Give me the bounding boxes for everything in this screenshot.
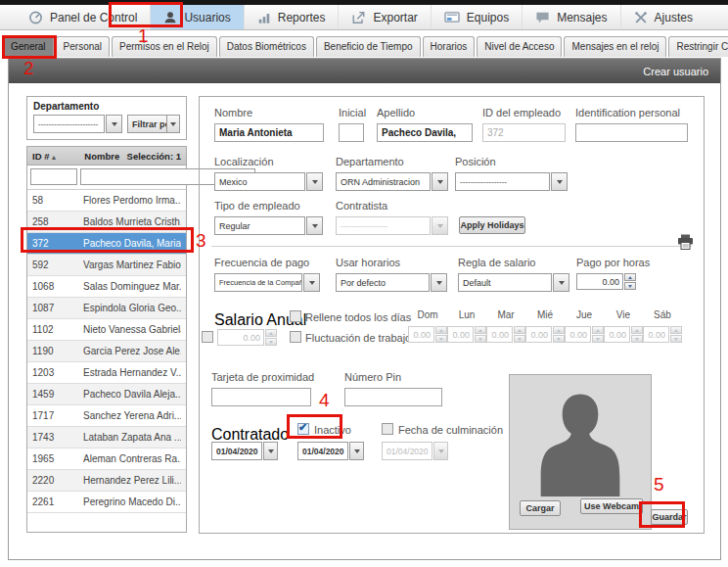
nombre-field[interactable]: Maria Antonieta — [214, 123, 324, 142]
inactivo-checkbox[interactable] — [297, 423, 309, 435]
departamento-select[interactable]: ORN Administracion — [336, 172, 448, 191]
chevron-down-icon[interactable] — [553, 273, 569, 292]
printer-icon[interactable] — [677, 234, 694, 254]
toolbar-item[interactable]: Usuarios — [150, 5, 243, 29]
pin-field[interactable] — [344, 388, 442, 406]
tab[interactable]: Beneficio de Tiempo — [316, 36, 421, 57]
tab[interactable]: Mensajes en el reloj — [564, 36, 666, 57]
weekday-rates: Dom 0.00 Lun 0.00 Mar 0.00 — [408, 309, 682, 343]
dashboard-icon — [28, 10, 43, 24]
toolbar-item[interactable]: Panel de Control — [16, 5, 150, 29]
tab[interactable]: Horarios — [423, 36, 476, 57]
toolbar-item-label: Equipos — [467, 11, 509, 24]
department-select[interactable]: ----------------------- — [33, 115, 122, 133]
localizacion-select[interactable]: Mexico — [214, 172, 323, 191]
create-user-link[interactable]: Crear usuario — [643, 66, 708, 77]
apply-holidays-button[interactable]: Apply Holidays — [459, 216, 525, 234]
tab[interactable]: Nivel de Acceso — [477, 36, 562, 57]
fluctuacion-checkbox[interactable] — [290, 331, 301, 343]
employee-photo-placeholder: Cargar Use Webcam — [509, 374, 652, 530]
table-row[interactable]: 258 Baldos Murrieta Cristh... — [27, 212, 186, 233]
table-row[interactable]: 1190 Garcia Perez Jose Ale... — [27, 341, 186, 362]
contratado-date-select[interactable]: 01/04/2020 — [211, 442, 278, 460]
chevron-down-icon[interactable] — [263, 442, 278, 460]
column-header-id[interactable]: ID #▲ — [32, 151, 77, 162]
row-name: Vargas Martinez Fabiola — [83, 260, 181, 270]
guardar-button[interactable]: Guardar — [651, 509, 688, 525]
person-silhouette-icon — [535, 389, 625, 496]
salario-anual-checkbox[interactable] — [202, 331, 213, 343]
table-row[interactable]: 1965 Aleman Contreras Ra... — [27, 449, 186, 470]
table-row[interactable]: 2261 Peregrino Macedo Di... — [27, 492, 186, 513]
table-row[interactable]: 1459 Pacheco Davila Aleja... — [27, 384, 186, 405]
toolbar-item[interactable]: Exportar — [338, 5, 430, 29]
employee-rows: 58 Flores Perdomo Irma... 258 Baldos Mur… — [27, 190, 186, 513]
tipo-empleado-select[interactable]: Regular — [214, 216, 323, 235]
tipo-empleado-label: Tipo de empleado — [214, 200, 323, 212]
identificacion-field[interactable] — [575, 123, 688, 142]
chevron-down-icon[interactable] — [432, 172, 448, 191]
table-row[interactable]: 592 Vargas Martinez Fabiola — [27, 255, 186, 276]
spinner-down-icon[interactable] — [624, 282, 636, 290]
tarjeta-field[interactable] — [211, 388, 311, 406]
users-icon — [163, 11, 177, 24]
table-row[interactable]: 1102 Nieto Vanessa Gabriela — [27, 319, 186, 341]
row-name: Peregrino Macedo Di... — [83, 496, 181, 507]
table-row[interactable]: 1717 Sanchez Yerena Adri... — [27, 405, 186, 427]
toolbar-item[interactable]: Reportes — [244, 5, 339, 29]
chevron-down-icon[interactable] — [167, 115, 180, 133]
tab-label: Horarios — [431, 41, 468, 52]
tab[interactable]: Permisos en el Reloj — [112, 36, 217, 57]
filter-by-button[interactable]: Filtrar por — [127, 115, 180, 133]
chevron-down-icon[interactable] — [349, 442, 364, 460]
regla-salario-select[interactable]: Default — [458, 273, 569, 292]
top-toolbar: Panel de Control Usuarios Reportes Expor… — [0, 0, 728, 30]
spinner-up-icon — [670, 326, 682, 334]
chevron-down-icon[interactable] — [551, 172, 568, 191]
row-id: 1190 — [32, 346, 83, 356]
pin-label: Número Pin — [344, 371, 442, 383]
table-row[interactable]: 372 Pacheco Davila, Maria... — [27, 233, 186, 255]
table-row[interactable]: 1743 Lataban Zapata Ana ... — [27, 427, 186, 449]
spinner-up-icon[interactable] — [624, 273, 636, 281]
id-filter-input[interactable] — [30, 168, 77, 185]
table-row[interactable]: 1203 Estrada Hernandez V... — [27, 362, 186, 384]
chevron-down-icon — [432, 216, 448, 235]
inactivo-date-select[interactable]: 01/04/2020 — [297, 442, 364, 460]
cargar-button[interactable]: Cargar — [520, 500, 561, 516]
tab[interactable]: Personal — [56, 36, 110, 57]
inicial-field[interactable] — [339, 123, 364, 142]
toolbar-item[interactable]: Ajustes — [620, 5, 705, 29]
fecha-culminacion-checkbox[interactable] — [382, 423, 393, 435]
apellido-field[interactable]: Pacheco Davila, — [377, 123, 473, 142]
pago-horas-stepper[interactable]: 0.00 — [576, 273, 650, 290]
column-header-name[interactable]: Nombre — [77, 151, 127, 162]
table-row[interactable]: 2220 Hernandez Perez Lili... — [27, 470, 186, 492]
list-filter-row — [27, 165, 186, 190]
rellene-checkbox[interactable] — [290, 310, 301, 322]
chevron-down-icon[interactable] — [106, 115, 122, 133]
toolbar-item[interactable]: Mensajes — [522, 5, 619, 29]
tab-bar: General Personal Permisos en el Reloj Da… — [3, 36, 728, 57]
chevron-down-icon[interactable] — [306, 216, 323, 235]
tab[interactable]: Restringir Checadas — [668, 36, 728, 57]
tab[interactable]: Datos Biométricos — [219, 36, 314, 57]
chevron-down-icon[interactable] — [303, 273, 320, 292]
toolbar-item[interactable]: Equipos — [431, 5, 522, 29]
weekday-label: Mié — [525, 309, 565, 320]
table-row[interactable]: 1087 Espindola Gloria Geo... — [27, 298, 186, 319]
use-webcam-button[interactable]: Use Webcam — [580, 498, 643, 514]
usar-horarios-select[interactable]: Por defecto — [336, 273, 447, 292]
table-row[interactable]: 58 Flores Perdomo Irma... — [27, 190, 186, 212]
settings-icon — [634, 11, 648, 24]
table-row[interactable]: 1068 Salas Dominguez Mar... — [27, 276, 186, 298]
ribbon-bar: Crear usuario — [9, 59, 720, 83]
posicion-select[interactable]: ------------------ — [455, 172, 568, 191]
tab[interactable]: General — [3, 36, 54, 57]
tab-label: Personal — [64, 41, 102, 52]
spinner-down-icon — [553, 335, 565, 343]
chevron-down-icon[interactable] — [306, 172, 323, 191]
frecuencia-pago-select[interactable]: Frecuencia de la Compañía — [214, 273, 320, 292]
chevron-down-icon[interactable] — [431, 273, 447, 292]
spinner-down-icon — [475, 335, 486, 343]
